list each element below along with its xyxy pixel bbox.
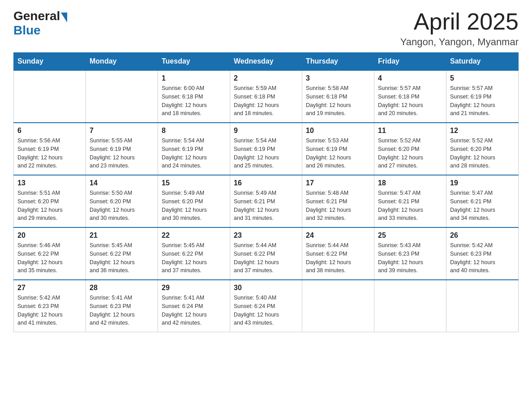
page-title: April 2025 — [400, 9, 519, 34]
col-saturday: Saturday — [446, 53, 519, 71]
day-info: Sunrise: 5:57 AM Sunset: 6:19 PM Dayligh… — [450, 84, 515, 118]
calendar-cell: 6Sunrise: 5:56 AM Sunset: 6:19 PM Daylig… — [14, 123, 86, 175]
day-number: 18 — [378, 179, 442, 187]
page-subtitle: Yangon, Yangon, Myanmar — [400, 36, 519, 48]
day-number: 25 — [378, 231, 442, 240]
calendar-cell: 10Sunrise: 5:53 AM Sunset: 6:19 PM Dayli… — [302, 123, 374, 175]
day-number: 26 — [450, 231, 515, 240]
day-number: 30 — [234, 284, 298, 292]
calendar-cell: 8Sunrise: 5:54 AM Sunset: 6:19 PM Daylig… — [158, 123, 230, 175]
logo-triangle-icon — [61, 13, 67, 22]
calendar-week-5: 27Sunrise: 5:42 AM Sunset: 6:23 PM Dayli… — [14, 280, 519, 332]
day-info: Sunrise: 5:44 AM Sunset: 6:22 PM Dayligh… — [306, 241, 370, 275]
day-info: Sunrise: 5:54 AM Sunset: 6:19 PM Dayligh… — [162, 137, 226, 170]
day-number: 14 — [90, 179, 154, 187]
day-info: Sunrise: 5:45 AM Sunset: 6:22 PM Dayligh… — [90, 241, 154, 275]
day-number: 22 — [162, 231, 226, 240]
calendar-cell: 4Sunrise: 5:57 AM Sunset: 6:18 PM Daylig… — [374, 70, 446, 123]
calendar-cell: 15Sunrise: 5:49 AM Sunset: 6:20 PM Dayli… — [158, 175, 230, 227]
title-section: April 2025 Yangon, Yangon, Myanmar — [400, 9, 519, 48]
day-number: 3 — [306, 74, 370, 82]
day-number: 21 — [90, 231, 154, 240]
calendar-cell: 11Sunrise: 5:52 AM Sunset: 6:20 PM Dayli… — [374, 123, 446, 175]
col-wednesday: Wednesday — [230, 53, 302, 71]
day-info: Sunrise: 5:53 AM Sunset: 6:19 PM Dayligh… — [306, 137, 370, 170]
day-number: 17 — [306, 179, 370, 187]
calendar-cell: 26Sunrise: 5:42 AM Sunset: 6:23 PM Dayli… — [446, 227, 519, 280]
calendar-cell: 16Sunrise: 5:49 AM Sunset: 6:21 PM Dayli… — [230, 175, 302, 227]
calendar-cell: 27Sunrise: 5:42 AM Sunset: 6:23 PM Dayli… — [14, 280, 86, 332]
day-info: Sunrise: 5:42 AM Sunset: 6:23 PM Dayligh… — [17, 294, 82, 327]
logo-blue-text: Blue — [13, 23, 41, 37]
calendar-cell: 13Sunrise: 5:51 AM Sunset: 6:20 PM Dayli… — [14, 175, 86, 227]
col-friday: Friday — [374, 53, 446, 71]
col-sunday: Sunday — [14, 53, 86, 71]
day-info: Sunrise: 5:45 AM Sunset: 6:22 PM Dayligh… — [162, 241, 226, 275]
col-thursday: Thursday — [302, 53, 374, 71]
day-info: Sunrise: 5:47 AM Sunset: 6:21 PM Dayligh… — [378, 189, 442, 223]
day-number: 4 — [378, 74, 442, 82]
calendar-cell: 3Sunrise: 5:58 AM Sunset: 6:18 PM Daylig… — [302, 70, 374, 123]
calendar-week-3: 13Sunrise: 5:51 AM Sunset: 6:20 PM Dayli… — [14, 175, 519, 227]
day-number: 23 — [234, 231, 298, 240]
day-number: 20 — [17, 231, 82, 240]
day-info: Sunrise: 5:41 AM Sunset: 6:23 PM Dayligh… — [90, 294, 154, 327]
calendar-week-1: 1Sunrise: 6:00 AM Sunset: 6:18 PM Daylig… — [14, 70, 519, 123]
day-number: 27 — [17, 284, 82, 292]
day-number: 15 — [162, 179, 226, 187]
day-number: 7 — [90, 127, 154, 135]
calendar-cell: 30Sunrise: 5:40 AM Sunset: 6:24 PM Dayli… — [230, 280, 302, 332]
day-info: Sunrise: 5:52 AM Sunset: 6:20 PM Dayligh… — [378, 137, 442, 170]
calendar-cell — [446, 280, 519, 332]
day-info: Sunrise: 5:51 AM Sunset: 6:20 PM Dayligh… — [17, 189, 82, 223]
logo-general-text: General — [13, 9, 60, 23]
day-number: 13 — [17, 179, 82, 187]
calendar-cell: 28Sunrise: 5:41 AM Sunset: 6:23 PM Dayli… — [86, 280, 158, 332]
calendar-cell: 20Sunrise: 5:46 AM Sunset: 6:22 PM Dayli… — [14, 227, 86, 280]
calendar-cell: 24Sunrise: 5:44 AM Sunset: 6:22 PM Dayli… — [302, 227, 374, 280]
day-info: Sunrise: 5:50 AM Sunset: 6:20 PM Dayligh… — [90, 189, 154, 223]
calendar-cell: 14Sunrise: 5:50 AM Sunset: 6:20 PM Dayli… — [86, 175, 158, 227]
calendar-cell: 21Sunrise: 5:45 AM Sunset: 6:22 PM Dayli… — [86, 227, 158, 280]
day-info: Sunrise: 5:43 AM Sunset: 6:23 PM Dayligh… — [378, 241, 442, 275]
day-number: 2 — [234, 74, 298, 82]
day-info: Sunrise: 5:46 AM Sunset: 6:22 PM Dayligh… — [17, 241, 82, 275]
calendar-cell: 7Sunrise: 5:55 AM Sunset: 6:19 PM Daylig… — [86, 123, 158, 175]
day-number: 9 — [234, 127, 298, 135]
calendar-week-4: 20Sunrise: 5:46 AM Sunset: 6:22 PM Dayli… — [14, 227, 519, 280]
day-info: Sunrise: 5:40 AM Sunset: 6:24 PM Dayligh… — [234, 294, 298, 327]
calendar-cell: 23Sunrise: 5:44 AM Sunset: 6:22 PM Dayli… — [230, 227, 302, 280]
col-monday: Monday — [86, 53, 158, 71]
page-header: General Blue April 2025 Yangon, Yangon, … — [13, 9, 519, 48]
day-info: Sunrise: 5:56 AM Sunset: 6:19 PM Dayligh… — [17, 137, 82, 170]
day-number: 11 — [378, 127, 442, 135]
day-info: Sunrise: 5:54 AM Sunset: 6:19 PM Dayligh… — [234, 137, 298, 170]
calendar-cell — [302, 280, 374, 332]
calendar-cell: 22Sunrise: 5:45 AM Sunset: 6:22 PM Dayli… — [158, 227, 230, 280]
calendar-cell: 18Sunrise: 5:47 AM Sunset: 6:21 PM Dayli… — [374, 175, 446, 227]
calendar-cell: 17Sunrise: 5:48 AM Sunset: 6:21 PM Dayli… — [302, 175, 374, 227]
day-info: Sunrise: 5:49 AM Sunset: 6:21 PM Dayligh… — [234, 189, 298, 223]
day-number: 16 — [234, 179, 298, 187]
calendar-header-row: Sunday Monday Tuesday Wednesday Thursday… — [14, 53, 519, 71]
day-number: 29 — [162, 284, 226, 292]
day-info: Sunrise: 5:44 AM Sunset: 6:22 PM Dayligh… — [234, 241, 298, 275]
day-info: Sunrise: 5:48 AM Sunset: 6:21 PM Dayligh… — [306, 189, 370, 223]
day-number: 6 — [17, 127, 82, 135]
day-number: 12 — [450, 127, 515, 135]
calendar-cell — [374, 280, 446, 332]
day-info: Sunrise: 5:41 AM Sunset: 6:24 PM Dayligh… — [162, 294, 226, 327]
day-number: 28 — [90, 284, 154, 292]
calendar-cell: 29Sunrise: 5:41 AM Sunset: 6:24 PM Dayli… — [158, 280, 230, 332]
col-tuesday: Tuesday — [158, 53, 230, 71]
calendar-cell: 19Sunrise: 5:47 AM Sunset: 6:21 PM Dayli… — [446, 175, 519, 227]
calendar-week-2: 6Sunrise: 5:56 AM Sunset: 6:19 PM Daylig… — [14, 123, 519, 175]
day-info: Sunrise: 5:47 AM Sunset: 6:21 PM Dayligh… — [450, 189, 515, 223]
calendar-cell: 2Sunrise: 5:59 AM Sunset: 6:18 PM Daylig… — [230, 70, 302, 123]
day-info: Sunrise: 5:55 AM Sunset: 6:19 PM Dayligh… — [90, 137, 154, 170]
calendar-cell: 5Sunrise: 5:57 AM Sunset: 6:19 PM Daylig… — [446, 70, 519, 123]
day-info: Sunrise: 6:00 AM Sunset: 6:18 PM Dayligh… — [162, 84, 226, 118]
day-info: Sunrise: 5:42 AM Sunset: 6:23 PM Dayligh… — [450, 241, 515, 275]
calendar-table: Sunday Monday Tuesday Wednesday Thursday… — [13, 52, 519, 332]
day-number: 5 — [450, 74, 515, 82]
